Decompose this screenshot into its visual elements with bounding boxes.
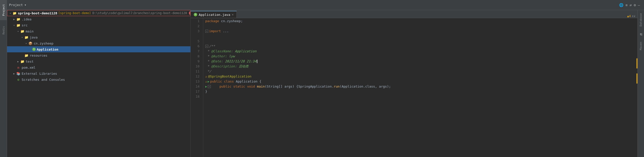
tag-author: @Author:: [211, 54, 227, 59]
right-tab-maven[interactable]: m: [638, 30, 644, 39]
kw-void-14: void: [247, 84, 255, 89]
val-author: lyw: [227, 54, 235, 59]
annotation-springboot: @SpringBootApplication: [208, 74, 251, 79]
run-icon-14[interactable]: ▶: [205, 84, 207, 89]
tree-item-src[interactable]: ▾ 📁 src: [7, 22, 190, 28]
run-icon-13[interactable]: ▶: [208, 79, 209, 84]
code-line-3: − import ...: [205, 29, 633, 34]
file-tree-panel: ▾ 📁 spring-boot-demo1128 [spring-boot-de…: [7, 10, 191, 157]
kw-public-13: public: [210, 79, 222, 84]
line-num-13: 13: [191, 79, 201, 84]
gutter-11: [635, 68, 637, 73]
pom-icon: m: [16, 65, 21, 70]
toolbar-icon-sync[interactable]: ⇄: [630, 3, 632, 7]
test-folder-icon: 📁: [20, 59, 25, 64]
line-num-18: 18: [191, 94, 201, 99]
tree-item-pom[interactable]: ▶ m pom.xml: [7, 64, 190, 70]
tree-root[interactable]: ▾ 📁 spring-boot-demo1128 [spring-boot-de…: [7, 10, 190, 16]
line-num-5: 5: [191, 39, 201, 44]
space-13a: [222, 79, 224, 84]
tree-item-application[interactable]: ▶ 🍃 Application: [7, 46, 190, 52]
class-app-ref: Application: [342, 84, 363, 89]
method-main: main: [257, 84, 265, 89]
comment-star-2: *: [205, 54, 211, 59]
indent-14: [212, 84, 219, 89]
code-line-4: [205, 34, 633, 39]
warn-icon-12: ⚠: [205, 74, 207, 79]
toolbar-icon-minimize[interactable]: —: [638, 3, 640, 7]
run-args: (: [340, 84, 342, 89]
tooltip-badge: 1: [189, 11, 191, 15]
toolbar-icon-settings[interactable]: ⚙: [634, 3, 636, 7]
right-strip: Database m Maven: [637, 10, 644, 157]
idea-label: .idea: [22, 17, 31, 21]
code-line-17: }: [205, 89, 633, 94]
code-line-7: * @ClassName: Application: [205, 49, 633, 54]
tree-item-package[interactable]: ▾ 📦 cn.zysheep: [7, 40, 190, 46]
code-line-6: − /**: [205, 44, 633, 49]
code-line-10: * @Description: 启动类: [205, 64, 633, 69]
toolbar-icon-list[interactable]: ≡: [625, 3, 627, 7]
fold-icon-main[interactable]: −: [208, 85, 211, 88]
tree-item-resources[interactable]: ▶ 📁 resources: [7, 52, 190, 58]
kw-public-14: public: [220, 84, 231, 89]
root-branch: [spring-boot-demo]: [58, 11, 91, 15]
line-num-9: 9: [191, 59, 201, 64]
tree-item-java[interactable]: ▾ 📁 java: [7, 34, 190, 40]
extlibs-label: External Libraries: [22, 72, 57, 75]
test-arrow[interactable]: ▶: [16, 60, 20, 63]
paren-14: (: [265, 84, 267, 89]
code-area[interactable]: package cn.zysheep; − import ...: [203, 18, 635, 157]
tag-date: @Date:: [211, 59, 223, 64]
javadoc-end: */: [205, 69, 211, 74]
line-num-10: 10: [191, 64, 201, 69]
tab-close-button[interactable]: ✕: [232, 13, 233, 16]
warning-count: ▲4: [627, 14, 631, 18]
code-line-14: ▶ − public static void main ( String [] …: [205, 84, 633, 89]
toolbar-dropdown[interactable]: ▾: [24, 3, 26, 7]
type-string: String: [267, 84, 278, 89]
src-arrow[interactable]: ▾: [12, 24, 16, 27]
extlibs-arrow[interactable]: ▶: [12, 72, 16, 75]
keyword-import: import: [209, 29, 221, 34]
package-icon: 📦: [28, 41, 33, 46]
root-folder-icon: 📁: [12, 11, 17, 15]
java-label: java: [30, 35, 37, 39]
gutter-1: [635, 18, 637, 23]
classref-end: .class, args);: [363, 84, 391, 89]
main-arrow[interactable]: ▾: [16, 30, 20, 33]
line-num-2: 2: [191, 24, 201, 29]
fold-icon-javadoc[interactable]: −: [205, 45, 208, 48]
right-tab-maven-label[interactable]: Maven: [639, 39, 643, 53]
warning-arrows[interactable]: ∧∨: [632, 14, 635, 18]
java-folder-icon: 📁: [24, 35, 29, 40]
code-line-2: [205, 24, 633, 29]
javadoc-start: /**: [209, 44, 215, 49]
package-arrow[interactable]: ▾: [24, 42, 28, 45]
tab-spring-icon: 🍃: [194, 13, 197, 16]
code-line-5: [205, 39, 633, 44]
right-tab-database[interactable]: Database: [639, 10, 643, 29]
tree-item-main[interactable]: ▾ 📁 main: [7, 28, 190, 34]
root-arrow[interactable]: ▾: [8, 12, 12, 15]
fold-icon-import[interactable]: −: [205, 30, 208, 33]
sidebar-item-project[interactable]: Project: [0, 0, 7, 20]
warn-icon-13: ⚠: [205, 79, 207, 84]
toolbar-icon-globe[interactable]: 🌐: [619, 3, 623, 7]
tab-application-java[interactable]: 🍃 Application.java ✕: [191, 11, 237, 18]
java-arrow[interactable]: ▾: [20, 36, 24, 39]
idea-arrow[interactable]: ▶: [12, 18, 16, 21]
idea-folder-icon: 📁: [16, 17, 21, 21]
val-classname: Application: [233, 49, 257, 54]
sidebar-item-redis[interactable]: Redis: [0, 20, 7, 40]
tree-item-extlibs[interactable]: ▶ 📚 External Libraries: [7, 70, 190, 76]
tree-item-scratches[interactable]: ▶ ⚙ Scratches and Consoles: [7, 76, 190, 83]
tree-item-idea[interactable]: ▶ 📁 .idea: [7, 16, 190, 22]
resources-label: resources: [30, 54, 47, 57]
tree-item-test[interactable]: ▶ 📁 test: [7, 58, 190, 64]
toolbar: Project ▾ 🌐 ≡ ⇄ ⚙ —: [7, 0, 644, 10]
classname-application: Application: [236, 79, 257, 84]
val-description: 启动类: [237, 64, 249, 69]
redis-tab-label: Redis: [2, 26, 5, 34]
line-num-1: 1: [191, 19, 201, 24]
